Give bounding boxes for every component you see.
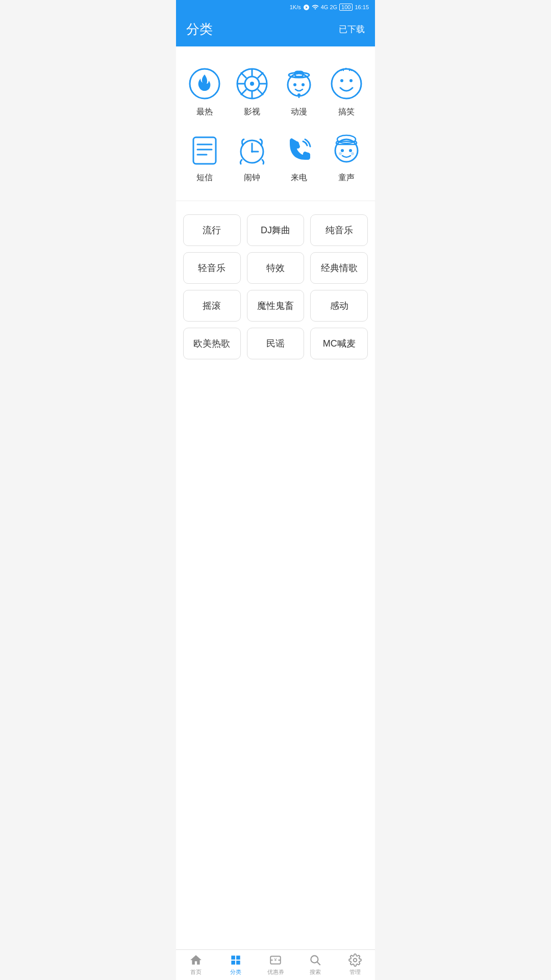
category-funny[interactable]: 搞笑 bbox=[323, 59, 370, 125]
child-icon bbox=[329, 132, 364, 167]
svg-point-19 bbox=[332, 69, 361, 99]
status-bar: 1K/s 4G 2G 100 16:15 bbox=[176, 0, 375, 14]
btn-dj[interactable]: DJ舞曲 bbox=[247, 214, 305, 246]
svg-text:¥: ¥ bbox=[274, 957, 277, 962]
anime-label: 动漫 bbox=[291, 107, 307, 117]
manage-icon bbox=[348, 953, 362, 967]
category-alarm[interactable]: 闹钟 bbox=[229, 125, 276, 190]
time: 16:15 bbox=[355, 4, 369, 10]
svg-point-36 bbox=[351, 152, 354, 155]
svg-point-30 bbox=[335, 139, 358, 162]
btn-touching[interactable]: 感动 bbox=[310, 290, 368, 322]
svg-point-3 bbox=[250, 82, 254, 86]
nav-manage[interactable]: 管理 bbox=[335, 953, 375, 976]
nav-coupon[interactable]: ¥ 优惠券 bbox=[256, 953, 295, 976]
main-content: 最热 影视 bbox=[176, 46, 375, 949]
nav-category-label: 分类 bbox=[230, 968, 241, 976]
category-icon bbox=[229, 953, 242, 967]
svg-point-20 bbox=[340, 79, 343, 82]
divider bbox=[176, 201, 375, 201]
svg-point-34 bbox=[349, 149, 352, 152]
anime-icon bbox=[281, 66, 317, 102]
btn-effects[interactable]: 特效 bbox=[247, 252, 305, 284]
alarm-label: 闹钟 bbox=[244, 173, 260, 183]
btn-mc[interactable]: MC喊麦 bbox=[310, 328, 368, 359]
nav-category[interactable]: 分类 bbox=[216, 953, 256, 976]
network-type: 4G 2G bbox=[321, 4, 337, 10]
category-child[interactable]: 童声 bbox=[323, 125, 370, 190]
svg-line-11 bbox=[241, 89, 246, 95]
header: 分类 已下载 bbox=[176, 14, 375, 46]
btn-pure-music[interactable]: 纯音乐 bbox=[310, 214, 368, 246]
category-anime[interactable]: 动漫 bbox=[276, 59, 323, 125]
svg-point-35 bbox=[339, 152, 342, 155]
search-icon bbox=[309, 953, 322, 967]
category-call[interactable]: 来电 bbox=[276, 125, 323, 190]
svg-point-29 bbox=[251, 151, 253, 153]
svg-line-9 bbox=[258, 89, 263, 95]
btn-classic-love[interactable]: 经典情歌 bbox=[310, 252, 368, 284]
svg-point-16 bbox=[302, 83, 305, 86]
nav-home-label: 首页 bbox=[190, 968, 202, 976]
svg-line-8 bbox=[241, 72, 246, 78]
nav-manage-label: 管理 bbox=[349, 968, 361, 976]
category-button-grid: 流行 DJ舞曲 纯音乐 轻音乐 特效 经典情歌 摇滚 魔性鬼畜 感动 欧美热歌 … bbox=[176, 206, 375, 368]
funny-icon bbox=[329, 66, 364, 102]
svg-line-42 bbox=[317, 962, 320, 965]
call-label: 来电 bbox=[291, 173, 307, 183]
btn-light-music[interactable]: 轻音乐 bbox=[183, 252, 241, 284]
btn-western[interactable]: 欧美热歌 bbox=[183, 328, 241, 359]
category-hot[interactable]: 最热 bbox=[181, 59, 229, 125]
svg-point-21 bbox=[349, 79, 353, 82]
nav-home[interactable]: 首页 bbox=[176, 953, 216, 976]
page-title: 分类 bbox=[186, 20, 213, 38]
btn-rock[interactable]: 摇滚 bbox=[183, 290, 241, 322]
btn-magic[interactable]: 魔性鬼畜 bbox=[247, 290, 305, 322]
child-label: 童声 bbox=[338, 173, 355, 183]
home-icon bbox=[189, 953, 203, 967]
alarm-status-icon bbox=[303, 4, 310, 11]
sms-label: 短信 bbox=[196, 173, 213, 183]
downloaded-button[interactable]: 已下载 bbox=[339, 23, 365, 35]
icon-grid: 最热 影视 bbox=[176, 46, 375, 195]
movie-icon bbox=[234, 66, 270, 102]
svg-point-15 bbox=[293, 83, 296, 86]
nav-search[interactable]: 搜索 bbox=[295, 953, 335, 976]
category-movie[interactable]: 影视 bbox=[229, 59, 276, 125]
nav-coupon-label: 优惠券 bbox=[267, 968, 284, 976]
svg-point-43 bbox=[354, 958, 357, 962]
network-speed: 1K/s bbox=[290, 4, 301, 10]
svg-rect-22 bbox=[193, 137, 216, 164]
bottom-nav: 首页 分类 ¥ 优惠券 搜索 管理 bbox=[176, 949, 375, 980]
svg-point-33 bbox=[341, 149, 344, 152]
hot-icon bbox=[187, 66, 222, 102]
movie-label: 影视 bbox=[244, 107, 260, 117]
btn-popular[interactable]: 流行 bbox=[183, 214, 241, 246]
call-icon bbox=[281, 132, 317, 167]
hot-label: 最热 bbox=[196, 107, 213, 117]
btn-folk[interactable]: 民谣 bbox=[247, 328, 305, 359]
battery: 100 bbox=[339, 4, 353, 11]
svg-point-41 bbox=[311, 955, 318, 963]
category-sms[interactable]: 短信 bbox=[181, 125, 229, 190]
svg-line-10 bbox=[258, 72, 263, 78]
nav-search-label: 搜索 bbox=[310, 968, 321, 976]
coupon-icon: ¥ bbox=[269, 953, 282, 967]
wifi-icon bbox=[312, 4, 319, 11]
alarm-icon-cat bbox=[234, 132, 270, 167]
funny-label: 搞笑 bbox=[338, 107, 355, 117]
sms-icon bbox=[187, 132, 222, 167]
